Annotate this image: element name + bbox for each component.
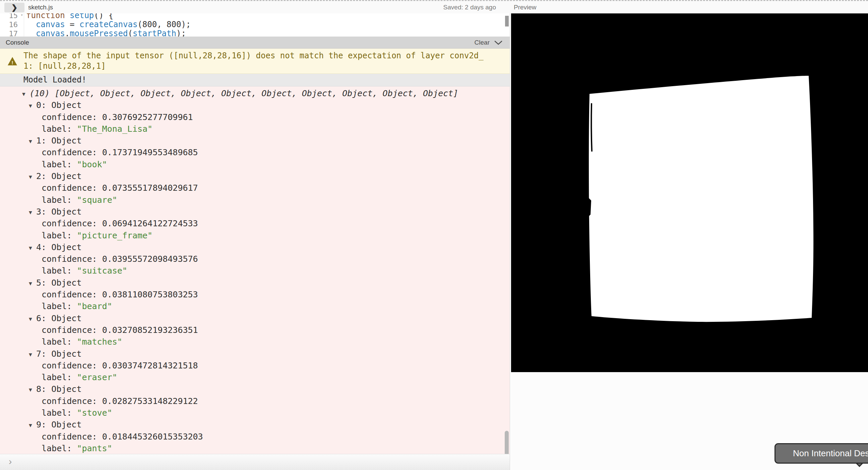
console-header: Console Clear bbox=[0, 36, 510, 49]
object-index: 8: bbox=[36, 384, 51, 394]
confidence-key: confidence: bbox=[41, 325, 102, 335]
confidence-value: 0.03270852193236351 bbox=[102, 325, 198, 335]
console-prompt-icon: › bbox=[9, 456, 12, 467]
confidence-key: confidence: bbox=[41, 432, 102, 441]
chevron-right-icon: ❯ bbox=[11, 3, 18, 12]
chevron-down-icon[interactable] bbox=[494, 40, 502, 47]
object-index: 2: bbox=[36, 171, 51, 181]
fold-icon[interactable]: ▾ bbox=[21, 13, 23, 20]
p5-drawing-canvas[interactable] bbox=[511, 13, 868, 372]
object-expander-row[interactable]: ▼9: Object bbox=[0, 419, 510, 431]
editor-code-line[interactable]: 17 canvas.mousePressed(startPath); bbox=[0, 29, 510, 36]
warning-line-2: 1: [null,28,28,1] bbox=[24, 61, 106, 71]
editor-code-line[interactable]: 15▾ function setup() { bbox=[0, 13, 510, 20]
object-expander-row[interactable]: ▼5: Object bbox=[0, 277, 510, 289]
editor-code-line[interactable]: 16 canvas = createCanvas(800, 800); bbox=[0, 20, 510, 29]
label-key: label: bbox=[41, 301, 77, 311]
console-scrollbar-thumb[interactable] bbox=[505, 431, 509, 454]
label-row: ✕label: "book" bbox=[0, 158, 510, 170]
object-index: 1: bbox=[36, 136, 51, 146]
label-key: label: bbox=[41, 124, 77, 134]
label-row: ✕label: "beard" bbox=[0, 300, 510, 312]
preview-panel-title: Preview bbox=[514, 4, 536, 11]
object-expander-row[interactable]: ▼3: Object bbox=[0, 206, 510, 217]
code-text: canvas = createCanvas(800, 800); bbox=[24, 20, 191, 29]
label-key: label: bbox=[41, 195, 77, 205]
array-log-row: ▼(10) [Object, Object, Object, Object, O… bbox=[0, 88, 510, 99]
confidence-row: confidence: 0.07355517894029617 bbox=[0, 182, 510, 194]
label-value: "The_Mona_Lisa" bbox=[77, 124, 153, 134]
collapse-triangle-icon[interactable]: ▼ bbox=[29, 277, 36, 289]
collapse-triangle-icon[interactable]: ▼ bbox=[29, 349, 36, 360]
confidence-row: confidence: 0.018445326015353203 bbox=[0, 431, 510, 442]
tab-sketch-js[interactable]: sketch.js bbox=[28, 4, 53, 11]
line-number: 15 bbox=[9, 13, 18, 20]
collapse-triangle-icon[interactable]: ▼ bbox=[29, 242, 36, 254]
array-preview-text: (10) [Object, Object, Object, Object, Ob… bbox=[30, 88, 458, 98]
console-input-row[interactable]: › bbox=[0, 454, 510, 470]
line-number: 17 bbox=[9, 29, 18, 36]
label-key: label: bbox=[41, 373, 77, 382]
saved-status: Saved: 2 days ago bbox=[429, 4, 496, 11]
object-expander-row[interactable]: ▼7: Object bbox=[0, 348, 510, 360]
object-expander-row[interactable]: ▼0: Object bbox=[0, 99, 510, 111]
code-editor[interactable]: 15▾ function setup() { 16 canvas = creat… bbox=[0, 13, 510, 36]
sidebar-expand-button[interactable]: ❯ bbox=[4, 3, 25, 12]
confidence-key: confidence: bbox=[41, 218, 102, 228]
label-row: ✕label: "stove" bbox=[0, 407, 510, 419]
console-object-entry: ▼5: Object confidence: 0.038110807538032… bbox=[0, 277, 510, 313]
label-row: ✕label: "suitcase" bbox=[0, 265, 510, 276]
line-number: 16 bbox=[9, 20, 18, 29]
object-type: Object bbox=[51, 100, 82, 110]
confidence-value: 0.03811080753803253 bbox=[102, 290, 198, 299]
collapse-triangle-icon[interactable]: ▼ bbox=[29, 136, 36, 147]
confidence-row: confidence: 0.03955572098493576 bbox=[0, 253, 510, 265]
code-text: canvas.mousePressed(startPath); bbox=[24, 29, 186, 36]
collapse-triangle-icon[interactable]: ▼ bbox=[29, 206, 36, 218]
console-clear-button[interactable]: Clear bbox=[474, 39, 490, 46]
collapse-triangle-icon[interactable]: ▼ bbox=[29, 384, 36, 395]
label-key: label: bbox=[41, 231, 77, 240]
object-type: Object bbox=[51, 171, 82, 181]
confidence-key: confidence: bbox=[41, 396, 102, 406]
p5-web-editor: ❯ sketch.js Saved: 2 days ago Preview 15… bbox=[0, 0, 868, 470]
collapse-triangle-icon[interactable]: ▼ bbox=[29, 313, 36, 325]
object-type: Object bbox=[51, 207, 82, 216]
collapse-triangle-icon[interactable]: ▼ bbox=[29, 419, 36, 431]
object-index: 6: bbox=[36, 314, 51, 323]
label-value: "suitcase" bbox=[77, 266, 127, 275]
label-row: ✕label: "The_Mona_Lisa" bbox=[0, 123, 510, 135]
code-text: function setup() { bbox=[24, 13, 113, 20]
object-index: 9: bbox=[36, 420, 51, 430]
confidence-key: confidence: bbox=[41, 183, 102, 193]
console-output: ! The shape of the input tensor ([null,2… bbox=[0, 49, 510, 454]
drawn-square-sketch bbox=[511, 13, 868, 372]
console-object-entry: ▼6: Object confidence: 0.032708521932363… bbox=[0, 313, 510, 348]
object-expander-row[interactable]: ▼8: Object bbox=[0, 383, 510, 395]
object-expander-row[interactable]: ▼1: Object bbox=[0, 135, 510, 147]
editor-console-pane: 15▾ function setup() { 16 canvas = creat… bbox=[0, 13, 510, 470]
confidence-key: confidence: bbox=[41, 112, 102, 122]
object-type: Object bbox=[51, 136, 82, 146]
object-expander-row[interactable]: ▼4: Object bbox=[0, 241, 510, 253]
confidence-key: confidence: bbox=[41, 361, 102, 371]
warning-exclamation-glyph: ! bbox=[8, 60, 17, 65]
console-object-entry: ▼3: Object confidence: 0.069412641227245… bbox=[0, 206, 510, 241]
confidence-key: confidence: bbox=[41, 254, 102, 264]
collapse-triangle-icon[interactable]: ▼ bbox=[29, 171, 36, 183]
label-value: "picture_frame" bbox=[77, 231, 153, 240]
object-expander-row[interactable]: ▼6: Object bbox=[0, 313, 510, 324]
object-expander-row[interactable]: ▼2: Object bbox=[0, 170, 510, 182]
label-key: label: bbox=[41, 337, 77, 347]
label-row: ✕label: "pants" bbox=[0, 442, 510, 454]
collapse-triangle-icon[interactable]: ▼ bbox=[22, 88, 30, 100]
object-type: Object bbox=[51, 314, 82, 323]
editor-scrollbar-thumb[interactable] bbox=[505, 16, 509, 27]
label-row: ✕label: "matches" bbox=[0, 336, 510, 348]
object-type: Object bbox=[51, 349, 82, 359]
object-type: Object bbox=[51, 384, 82, 394]
object-index: 7: bbox=[36, 349, 51, 359]
confidence-key: confidence: bbox=[41, 290, 102, 299]
console-object-entry: ▼9: Object confidence: 0.018445326015353… bbox=[0, 419, 510, 454]
collapse-triangle-icon[interactable]: ▼ bbox=[29, 100, 36, 112]
